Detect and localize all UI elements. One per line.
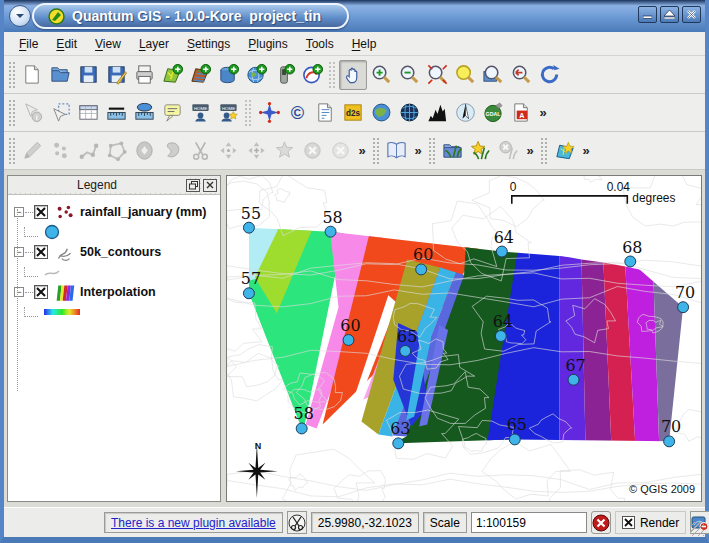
- plugin-notice[interactable]: There is a new plugin available: [104, 512, 283, 533]
- zoom-in-button[interactable]: [367, 60, 395, 90]
- raster-histogram-button[interactable]: [423, 98, 451, 128]
- legend-close-button[interactable]: [203, 179, 217, 192]
- layer-label[interactable]: rainfall_january (mm): [80, 205, 206, 219]
- gdal-tools-button[interactable]: GDAL: [479, 98, 507, 128]
- plugin-link[interactable]: There is a new plugin available: [111, 516, 276, 530]
- toolbar-grip[interactable]: [8, 99, 16, 127]
- identify-button[interactable]: i: [18, 98, 46, 128]
- open-attribute-table-button[interactable]: [74, 98, 102, 128]
- legend-float-button[interactable]: [186, 179, 200, 192]
- layer-label[interactable]: 50k_contours: [80, 245, 161, 259]
- menu-plugins[interactable]: Plugins: [239, 34, 296, 54]
- legend-header[interactable]: Legend: [8, 176, 220, 195]
- add-wfs-layer-button[interactable]: [298, 60, 326, 90]
- new-map-bookmark-button[interactable]: [550, 136, 578, 166]
- layer-visibility-checkbox[interactable]: [34, 285, 48, 299]
- resize-grip[interactable]: [690, 522, 704, 536]
- measure-line-button[interactable]: [102, 98, 130, 128]
- window-menu-button[interactable]: [9, 5, 31, 27]
- expand-collapse-box[interactable]: −: [14, 287, 24, 297]
- menu-settings[interactable]: Settings: [178, 34, 239, 54]
- expand-collapse-box[interactable]: −: [14, 247, 24, 257]
- toolbar-grip[interactable]: [428, 137, 436, 165]
- legend-layer-3[interactable]: −Interpolation: [10, 281, 218, 303]
- compass-north-arrow-button[interactable]: [451, 98, 479, 128]
- toolbar-grip[interactable]: [540, 137, 548, 165]
- layer-label[interactable]: Interpolation: [80, 285, 156, 299]
- add-vertex-button[interactable]: [242, 136, 270, 166]
- menu-view[interactable]: View: [86, 34, 130, 54]
- legend-layer-2[interactable]: −50k_contours: [10, 241, 218, 263]
- map-tips-button[interactable]: [158, 98, 186, 128]
- titlebar[interactable]: Quantum GIS - 1.0.0-Kore project_tin: [4, 0, 705, 32]
- capture-polygon-button[interactable]: [102, 136, 130, 166]
- delete-part-button[interactable]: [326, 136, 354, 166]
- delete-ring-button[interactable]: [298, 136, 326, 166]
- select-features-button[interactable]: [46, 98, 74, 128]
- add-gps-layer-button[interactable]: [270, 60, 298, 90]
- pan-button[interactable]: [339, 60, 367, 90]
- layer-visibility-checkbox[interactable]: [34, 245, 48, 259]
- copyright-plugin-button[interactable]: ©: [283, 98, 311, 128]
- open-project-button[interactable]: [46, 60, 74, 90]
- toolbar-overflow-chevron[interactable]: »: [354, 143, 370, 158]
- new-project-button[interactable]: [18, 60, 46, 90]
- show-bookmarks-button[interactable]: HOME: [186, 98, 214, 128]
- capture-point-button[interactable]: [46, 136, 74, 166]
- measure-area-button[interactable]: [130, 98, 158, 128]
- toolbar-overflow-chevron[interactable]: »: [522, 143, 538, 158]
- toolbar-overflow-chevron[interactable]: »: [410, 143, 426, 158]
- grass-close-mapset-button[interactable]: [494, 136, 522, 166]
- legend-layer-1[interactable]: −rainfall_january (mm): [10, 201, 218, 223]
- zoom-to-layer-button[interactable]: [479, 60, 507, 90]
- map-canvas[interactable]: 00.04degreesN© QGIS 20095558576064687060…: [226, 175, 702, 502]
- capture-line-button[interactable]: [18, 136, 46, 166]
- close-button[interactable]: [682, 6, 701, 23]
- add-postgis-layer-button[interactable]: [214, 60, 242, 90]
- toolbar-grip[interactable]: [8, 137, 16, 165]
- plugin-status-button[interactable]: [287, 511, 307, 534]
- text-annotation-button[interactable]: [311, 98, 339, 128]
- add-vector-layer-button[interactable]: [158, 60, 186, 90]
- save-project-button[interactable]: [74, 60, 102, 90]
- grass-open-mapset-button[interactable]: [438, 136, 466, 166]
- stop-render-button[interactable]: [591, 511, 611, 534]
- menu-file[interactable]: File: [10, 34, 47, 54]
- north-arrow-plugin-button[interactable]: [255, 98, 283, 128]
- zoom-to-selection-button[interactable]: [451, 60, 479, 90]
- menu-edit[interactable]: Edit: [47, 34, 86, 54]
- capture-polyline-button[interactable]: [74, 136, 102, 166]
- zoom-full-extent-button[interactable]: [423, 60, 451, 90]
- refresh-button[interactable]: [535, 60, 563, 90]
- split-features-button[interactable]: [186, 136, 214, 166]
- zoom-out-button[interactable]: [395, 60, 423, 90]
- grass-manual-button[interactable]: [382, 136, 410, 166]
- menu-tools[interactable]: Tools: [297, 34, 343, 54]
- menu-layer[interactable]: Layer: [130, 34, 178, 54]
- reshape-feature-button[interactable]: [158, 136, 186, 166]
- georeferencer-button[interactable]: [367, 98, 395, 128]
- grass-new-vector-button[interactable]: [466, 136, 494, 166]
- toolbar-grip[interactable]: [372, 137, 380, 165]
- toolbar-overflow-chevron[interactable]: »: [535, 105, 551, 120]
- new-bookmark-button[interactable]: HOME: [214, 98, 242, 128]
- move-feature-button[interactable]: [130, 136, 158, 166]
- delete-vertex-button[interactable]: [270, 136, 298, 166]
- zoom-last-button[interactable]: [507, 60, 535, 90]
- print-button[interactable]: [130, 60, 158, 90]
- render-toggle[interactable]: Render: [615, 511, 686, 534]
- add-raster-layer-button[interactable]: [186, 60, 214, 90]
- layer-visibility-checkbox[interactable]: [34, 205, 48, 219]
- render-checkbox[interactable]: [622, 516, 635, 529]
- maximize-button[interactable]: [660, 6, 679, 23]
- minimize-button[interactable]: [638, 6, 657, 23]
- dxf2shp-button[interactable]: d2s: [339, 98, 367, 128]
- expand-collapse-box[interactable]: −: [14, 207, 24, 217]
- save-project-as-button[interactable]: [102, 60, 130, 90]
- scale-input[interactable]: [471, 512, 587, 533]
- move-vertex-button[interactable]: [214, 136, 242, 166]
- toolbar-overflow-chevron[interactable]: »: [578, 143, 594, 158]
- menu-help[interactable]: Help: [343, 34, 386, 54]
- toolbar-grip[interactable]: [8, 61, 16, 89]
- add-wms-layer-button[interactable]: [242, 60, 270, 90]
